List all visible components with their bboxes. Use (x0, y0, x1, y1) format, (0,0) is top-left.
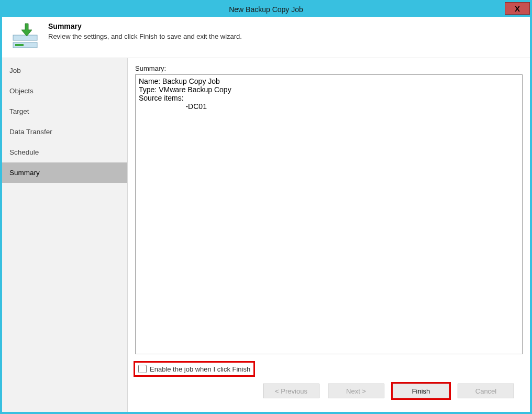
next-button[interactable]: Next > (328, 384, 384, 398)
cancel-button[interactable]: Cancel (458, 384, 514, 398)
close-button[interactable]: X (505, 2, 530, 15)
previous-button[interactable]: < Previous (263, 384, 319, 398)
svg-rect-2 (15, 44, 24, 46)
wizard-sidebar: Job Objects Target Data Transfer Schedul… (2, 58, 128, 412)
title-bar: New Backup Copy Job X (2, 2, 530, 17)
header-text: Summary Review the settings, and click F… (48, 22, 242, 40)
sidebar-item-objects[interactable]: Objects (2, 81, 127, 101)
svg-rect-0 (13, 35, 37, 40)
window-title: New Backup Copy Job (229, 5, 303, 14)
backup-copy-icon (10, 22, 40, 51)
sidebar-item-schedule[interactable]: Schedule (2, 142, 127, 162)
enable-job-checkbox-label: Enable the job when I click Finish (150, 365, 250, 373)
enable-job-checkbox[interactable] (138, 365, 147, 373)
sidebar-item-job[interactable]: Job (2, 60, 127, 81)
wizard-footer: < Previous Next > Finish Cancel (135, 375, 523, 407)
wizard-header: Summary Review the settings, and click F… (2, 17, 530, 58)
sidebar-item-target[interactable]: Target (2, 101, 127, 122)
sidebar-item-data-transfer[interactable]: Data Transfer (2, 122, 127, 142)
wizard-body: Job Objects Target Data Transfer Schedul… (2, 58, 530, 412)
page-heading: Summary (48, 22, 242, 30)
summary-textarea[interactable]: Name: Backup Copy Job Type: VMware Backu… (135, 74, 523, 354)
summary-label: Summary: (135, 64, 523, 72)
page-subheading: Review the settings, and click Finish to… (48, 32, 242, 40)
sidebar-item-summary[interactable]: Summary (2, 162, 127, 183)
wizard-main: Summary: Name: Backup Copy Job Type: VMw… (128, 58, 530, 412)
wizard-window: New Backup Copy Job X Summary Review the… (0, 0, 532, 414)
enable-job-checkbox-row[interactable]: Enable the job when I click Finish (135, 363, 253, 375)
finish-button[interactable]: Finish (393, 384, 449, 398)
close-icon: X (515, 4, 520, 13)
